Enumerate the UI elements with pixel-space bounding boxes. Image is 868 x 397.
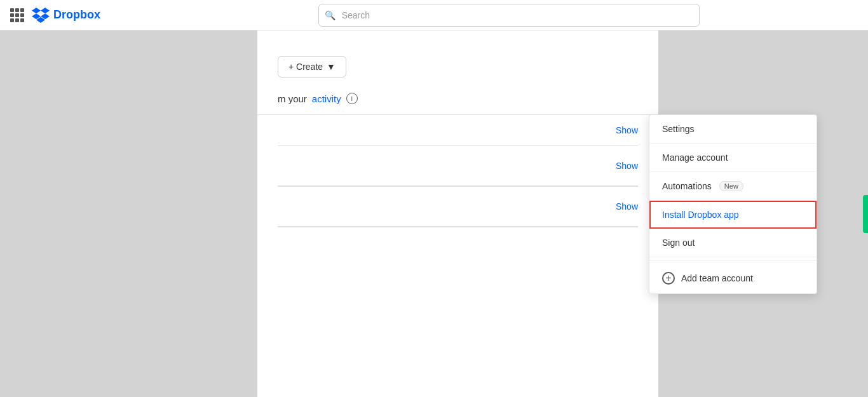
show-row-2: Show [278,146,638,186]
dropdown-item-sign-out[interactable]: Sign out [649,229,817,257]
create-chevron-icon: ▼ [327,62,336,72]
add-team-label: Add team account [681,273,753,283]
search-input[interactable] [318,4,700,27]
dropdown-item-settings[interactable]: Settings [649,115,817,144]
content-row-3: Show [278,187,638,227]
dropbox-logo-icon [32,8,50,23]
content-area: + Create ▼ m your activity i Show Show S… [257,30,658,397]
dropdown-item-add-team[interactable]: + Add team account [649,263,817,293]
activity-row: m your activity i [278,93,638,104]
header: Dropbox 🔍 [0,0,868,30]
content-row-2: Show [278,146,638,187]
dropdown-divider [649,260,817,260]
info-icon[interactable]: i [346,93,358,104]
apps-grid-icon[interactable] [10,8,24,22]
green-tab [863,195,868,233]
install-app-label: Install Dropbox app [662,210,739,220]
show-row-3: Show [278,187,638,227]
search-icon: 🔍 [325,10,336,20]
sign-out-label: Sign out [662,238,695,248]
activity-highlight: activity [312,93,341,104]
show-row-1: Show [278,115,638,146]
dropdown-item-install-app[interactable]: Install Dropbox app [649,201,817,229]
search-bar: 🔍 [318,4,700,27]
create-button-label: + Create [288,62,323,72]
content-inner: + Create ▼ m your activity i Show Show S… [257,30,658,227]
dropbox-logo[interactable]: Dropbox [32,8,100,23]
activity-prefix: m your [278,93,307,104]
show-link-3[interactable]: Show [616,201,638,212]
automations-new-badge: New [719,181,743,191]
automations-label: Automations [662,181,712,191]
dropbox-wordmark: Dropbox [53,8,100,22]
show-link-1[interactable]: Show [616,125,638,135]
add-team-plus-icon: + [662,272,675,285]
dropdown-menu: Settings Manage account Automations New … [649,114,817,294]
sidebar [0,30,257,397]
create-button[interactable]: + Create ▼ [278,56,346,77]
show-link-2[interactable]: Show [616,161,638,171]
manage-account-label: Manage account [662,152,728,163]
dropdown-item-manage-account[interactable]: Manage account [649,144,817,172]
dropdown-item-automations[interactable]: Automations New [649,172,817,201]
settings-label: Settings [662,124,695,134]
header-left: Dropbox [10,8,239,23]
